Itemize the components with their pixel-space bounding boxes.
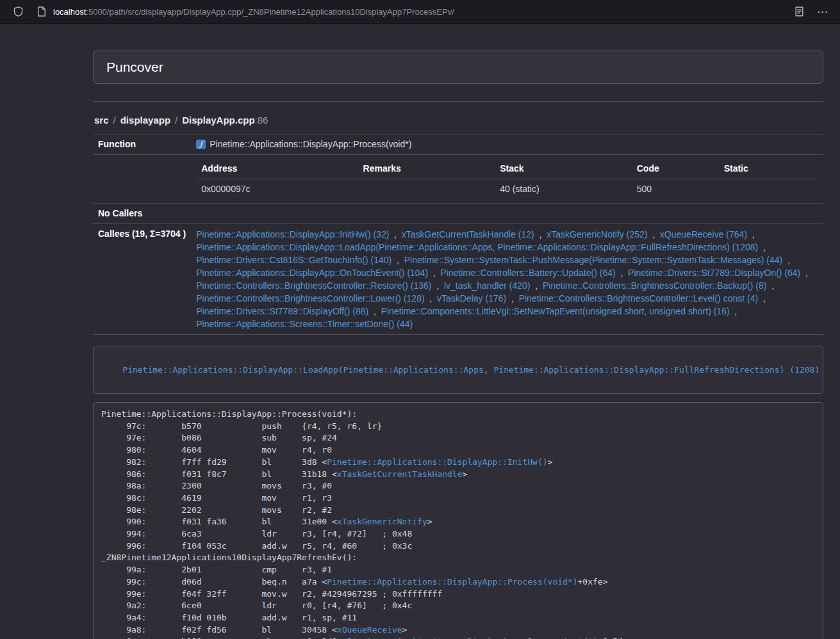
highlighted-callee-link[interactable]: Pinetime::Applications::DisplayApp::Load… [122, 365, 819, 375]
callee-link[interactable]: Pinetime::Controllers::Battery::Update()… [441, 268, 616, 278]
page-title: Puncover [106, 60, 810, 75]
col-remarks: Remarks [358, 159, 495, 179]
callee-link[interactable]: Pinetime::Drivers::Cst816S::GetTouchInfo… [196, 255, 391, 265]
stack-value: 40 (static) [495, 179, 632, 200]
reader-view-icon[interactable] [790, 3, 808, 20]
callee-link[interactable]: Pinetime::Controllers::BrightnessControl… [519, 293, 758, 303]
address-value: 0x0000097c [196, 179, 358, 200]
callee-link[interactable]: Pinetime::Drivers::St7789::DisplayOff() … [196, 306, 368, 316]
menu-icon[interactable]: ⋯ [814, 5, 831, 19]
table-row: Callees (19, Σ=3704 ) Pinetime::Applicat… [93, 224, 823, 335]
code-symbol-link[interactable]: Pinetime::Applications::DisplayApp::Init… [327, 457, 547, 467]
page-info-icon[interactable] [36, 6, 47, 17]
page-content: Puncover src/displayapp/DisplayApp.cpp:8… [93, 51, 823, 639]
code-symbol-link[interactable]: Pinetime::Applications::DisplayApp::Proc… [347, 636, 598, 639]
url-host: localhost [53, 7, 86, 17]
remarks-value [358, 179, 495, 200]
function-name: Pinetime::Applications::DisplayApp::Proc… [210, 138, 411, 150]
breadcrumb-displayapp[interactable]: displayapp [120, 115, 170, 125]
callee-link[interactable]: lv_task_handler (420) [444, 280, 531, 291]
callee-link[interactable]: Pinetime::Applications::DisplayApp::Load… [196, 242, 758, 252]
breadcrumb-separator: / [113, 115, 116, 125]
function-stats-table: Address Remarks Stack Code Static 0x0000… [196, 159, 818, 199]
callees-label: Callees (19, Σ=3704 ) [93, 224, 191, 335]
highlighted-callee-panel: Pinetime::Applications::DisplayApp::Load… [93, 346, 823, 394]
breadcrumb: src/displayapp/DisplayApp.cpp:86 [94, 115, 823, 125]
table-row: No Callers [93, 204, 823, 224]
callee-link[interactable]: Pinetime::Drivers::St7789::DisplayOn() (… [628, 268, 800, 278]
browser-toolbar: localhost:5000/path/src/displayapp/Displ… [0, 0, 840, 24]
callee-link[interactable]: Pinetime::Applications::DisplayApp::Init… [196, 229, 389, 239]
function-row-label: Function [93, 134, 191, 155]
static-value [719, 179, 818, 200]
disassembly: Pinetime::Applications::DisplayApp::Proc… [101, 408, 815, 639]
function-detail-table: Function ƒ Pinetime::Applications::Displ… [93, 134, 823, 335]
col-address: Address [196, 159, 358, 179]
code-symbol-link[interactable]: xTaskGenericNotify [337, 517, 427, 526]
callee-link[interactable]: Pinetime::System::SystemTask::PushMessag… [404, 255, 783, 265]
callee-link[interactable]: Pinetime::Controllers::BrightnessControl… [196, 280, 431, 291]
col-code: Code [632, 159, 719, 179]
table-row: Address Remarks Stack Code Static 0x0000… [93, 155, 823, 204]
url-bar[interactable]: localhost:5000/path/src/displayapp/Displ… [36, 6, 790, 17]
callee-link[interactable]: Pinetime::Applications::Screens::Timer::… [196, 319, 413, 329]
disassembly-panel: Pinetime::Applications::DisplayApp::Proc… [93, 402, 823, 639]
code-value: 500 [632, 179, 719, 200]
table-row: Function ƒ Pinetime::Applications::Displ… [93, 134, 823, 155]
callee-link[interactable]: vTaskDelay (176) [437, 293, 506, 303]
callee-link[interactable]: Pinetime::Components::LittleVgl::SetNewT… [381, 306, 730, 316]
table-row: 0x0000097c 40 (static) 500 [196, 179, 818, 200]
divider [93, 101, 823, 102]
code-symbol-link[interactable]: xTaskGetCurrentTaskHandle [337, 469, 463, 479]
page-header-panel: Puncover [93, 51, 823, 84]
breadcrumb-file[interactable]: DisplayApp.cpp [182, 115, 254, 125]
function-icon: ƒ [196, 140, 206, 149]
callee-link[interactable]: Pinetime::Applications::DisplayApp::OnTo… [196, 268, 428, 278]
callees-list: Pinetime::Applications::DisplayApp::Init… [196, 228, 818, 330]
breadcrumb-separator: / [175, 115, 177, 125]
no-callers-label: No Callers [93, 204, 191, 224]
col-static: Static [719, 159, 818, 179]
callee-link[interactable]: xTaskGetCurrentTaskHandle (12) [402, 229, 534, 239]
col-stack: Stack [495, 159, 632, 179]
breadcrumb-line-number: :86 [255, 115, 268, 125]
table-header-row: Address Remarks Stack Code Static [196, 159, 818, 179]
shield-icon[interactable] [9, 3, 27, 20]
code-symbol-link[interactable]: Pinetime::Applications::DisplayApp::Proc… [327, 577, 577, 586]
url-path: :5000/path/src/displayapp/DisplayApp.cpp… [86, 7, 454, 17]
toolbar-actions: ⋯ [790, 3, 831, 20]
breadcrumb-src[interactable]: src [94, 115, 109, 125]
code-symbol-link[interactable]: xQueueReceive [337, 625, 402, 635]
url-text[interactable]: localhost:5000/path/src/displayapp/Displ… [53, 7, 454, 17]
callee-link[interactable]: Pinetime::Controllers::BrightnessControl… [196, 293, 424, 303]
callee-link[interactable]: xTaskGenericNotify (252) [547, 229, 647, 239]
callee-link[interactable]: Pinetime::Controllers::BrightnessControl… [543, 280, 766, 291]
callee-link[interactable]: xQueueReceive (764) [660, 229, 747, 239]
